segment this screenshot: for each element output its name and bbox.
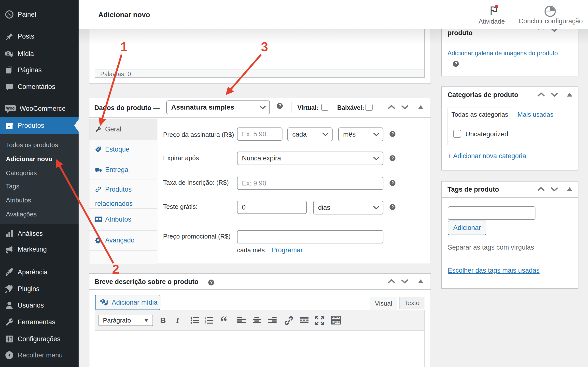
svg-text:3: 3 bbox=[261, 40, 268, 54]
svg-text:1: 1 bbox=[121, 40, 128, 54]
svg-text:2: 2 bbox=[112, 262, 119, 276]
